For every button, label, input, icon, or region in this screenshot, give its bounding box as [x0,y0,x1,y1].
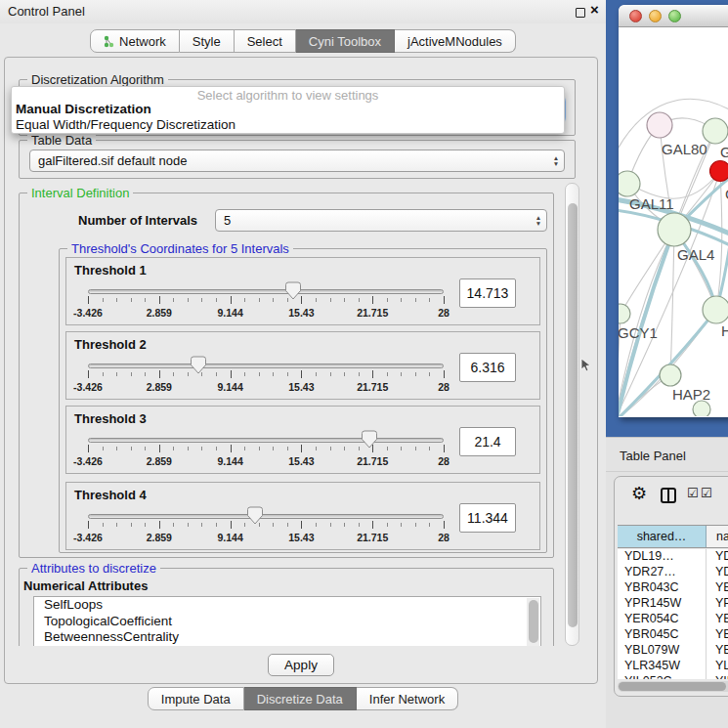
tab-impute-data[interactable]: Impute Data [148,687,244,710]
cell-shared-name[interactable]: YDR27… [618,565,707,580]
threshold-value-box[interactable]: 6.316 [459,353,516,382]
cell-shared-name[interactable]: YIL052C [618,674,707,679]
node-selected-red[interactable] [710,161,728,182]
slider-rail[interactable] [88,289,444,294]
table-row[interactable]: YIL052CYIL0 [618,674,728,679]
cell-shared-name[interactable]: YER054C [618,612,707,627]
slider-rail[interactable] [88,364,444,368]
slider-scale-label: 9.144 [217,455,242,467]
node-gal11[interactable] [619,171,640,196]
network-window-titlebar[interactable] [619,5,728,27]
table-hscrollbar-thumb[interactable] [619,682,726,691]
tab-jactivemnodules[interactable]: jActiveMNodules [395,29,516,53]
threshold-value-box[interactable]: 21.4 [459,427,516,456]
table-row[interactable]: YBR043CYBR0 [618,580,728,596]
table-row[interactable]: YBL079WYBL0 [618,643,728,659]
slider-thumb-icon[interactable] [246,506,264,525]
bottom-tab-bar: Impute DataDiscretize DataInfer Network [0,687,606,710]
tab-discretize-data[interactable]: Discretize Data [244,687,357,710]
cell-shared-name[interactable]: YPR145W [618,596,707,612]
list-scrollbar[interactable] [527,598,539,646]
float-window-icon[interactable] [576,8,585,18]
cell-name[interactable]: YBR0 [707,580,728,596]
tab-network[interactable]: Network [90,29,180,53]
tab-cyni-toolbox[interactable]: Cyni Toolbox [296,29,395,53]
cell-shared-name[interactable]: YBR043C [618,580,707,596]
tab-style[interactable]: Style [180,29,235,53]
threshold-slider[interactable]: -3.4262.8599.14415.4321.71528 [88,281,444,322]
attributes-listbox[interactable]: SelfLoopsTopologicalCoefficientBetweenne… [33,596,541,646]
threshold-slider[interactable]: -3.4262.8599.14415.4321.71528 [88,506,444,547]
node-gcy1[interactable] [619,304,630,323]
table-row[interactable]: YDL19…YDL1 [618,549,728,565]
panel-scrollbar[interactable] [565,183,579,646]
slider-scale-label: 2.859 [147,381,172,393]
slider-major-tick [301,521,302,529]
menu-item-manual-discretization[interactable]: Manual Discretization [16,102,151,116]
cell-name[interactable]: YPR1 [707,596,728,612]
checkbox-icon[interactable]: ☑ [701,486,712,500]
slider-thumb-icon[interactable] [190,356,207,374]
settings-scroll-area: Interval Definition Number of Intervals … [11,183,564,646]
cell-name[interactable]: YDL1 [707,549,728,565]
slider-scale-label: 21.715 [357,455,388,467]
threshold-value-box[interactable]: 14.713 [459,278,516,308]
slider-scale-label: 21.715 [357,381,388,393]
slider-thumb-icon[interactable] [361,430,378,449]
column-header-shared-name[interactable]: shared… [618,526,707,547]
column-header-name[interactable]: na [707,526,728,547]
table-row[interactable]: YER054CYER0 [618,612,728,627]
tab-select[interactable]: Select [235,29,296,53]
threshold-slider[interactable]: -3.4262.8599.14415.4321.71528 [88,356,444,397]
cell-name[interactable]: YDR2 [707,565,728,580]
gear-icon[interactable]: ⚙ [631,483,647,504]
close-traffic-light-icon[interactable] [629,10,642,22]
zoom-traffic-light-icon[interactable] [668,10,681,22]
slider-rail[interactable] [88,438,444,443]
number-of-intervals-combobox[interactable]: 5 ▲▼ [215,209,547,232]
cell-name[interactable]: YIL0 [707,674,728,679]
panel-scrollbar-thumb[interactable] [568,203,578,627]
threshold-value-box[interactable]: 11.344 [459,503,516,533]
node-gal80[interactable] [647,112,672,138]
cell-shared-name[interactable]: YLR345W [618,659,707,674]
close-icon[interactable]: × [590,1,599,18]
node-right[interactable] [703,296,728,323]
attribute-list-item[interactable]: SelfLoops [34,597,540,614]
list-scrollbar-thumb[interactable] [529,600,538,643]
slider-rail[interactable] [88,514,444,519]
tab-infer-network[interactable]: Infer Network [357,687,458,710]
table-horizontal-scrollbar[interactable] [618,681,728,692]
node-hap2[interactable] [660,364,681,386]
cell-shared-name[interactable]: YBL079W [618,643,707,659]
minimize-traffic-light-icon[interactable] [649,10,662,22]
attribute-list-item[interactable]: TopologicalCoefficient [34,614,540,630]
slider-thumb-icon[interactable] [284,281,302,300]
attribute-list-item[interactable]: BetweennessCentrality [34,629,540,646]
node-gal4[interactable] [658,213,691,246]
node-bottom-partial[interactable] [693,401,710,416]
cell-name[interactable]: YER0 [707,612,728,627]
cell-shared-name[interactable]: YBR045C [618,627,707,643]
panel-title: Control Panel [8,4,85,19]
columns-icon[interactable] [661,488,676,503]
network-canvas[interactable]: GAL80 G C GAL11 GAL4 GCY1 H HAP2 [619,27,728,416]
table-row[interactable]: YPR145WYPR1 [618,596,728,612]
cell-shared-name[interactable]: YDL19… [618,549,707,565]
threshold-slider[interactable]: -3.4262.8599.14415.4321.71528 [88,430,444,471]
menu-item-equal-width-frequency[interactable]: Equal Width/Frequency Discretization [16,117,236,132]
checkbox-icon[interactable]: ☑ [687,486,699,500]
table-row[interactable]: YLR345WYLR3 [618,659,728,674]
cell-name[interactable]: YBL0 [707,643,728,659]
cell-name[interactable]: YLR3 [707,659,728,674]
network-view-window[interactable]: GAL80 G C GAL11 GAL4 GCY1 H HAP2 [619,5,728,417]
threshold-label: Threshold 2 [74,337,147,352]
table-row[interactable]: YDR27…YDR2 [618,565,728,580]
table-rows: YDL19…YDL1YDR27…YDR2YBR043CYBR0YPR145WYP… [618,549,728,679]
cell-name[interactable]: YBR0 [707,627,728,643]
node-label-hap2: HAP2 [672,386,710,403]
table-row[interactable]: YBR045CYBR0 [618,627,728,643]
attributes-group: Attributes to discretize Numerical Attri… [19,568,554,646]
apply-button[interactable]: Apply [268,654,334,676]
table-data-combobox[interactable]: galFiltered.sif default node ▲▼ [29,150,565,172]
